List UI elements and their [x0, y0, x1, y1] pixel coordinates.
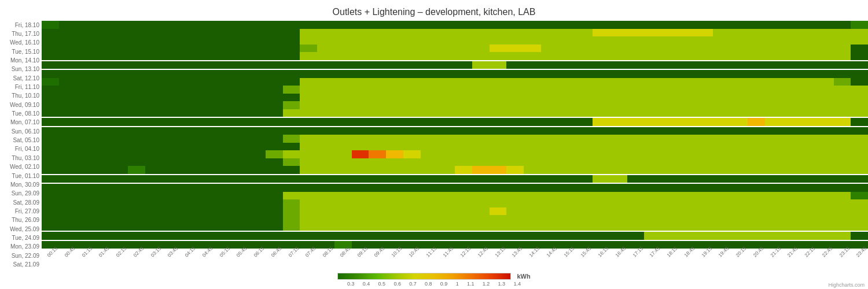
heat-cell	[421, 166, 438, 174]
heat-cell	[575, 52, 593, 60]
heatmap-area: 00:1500:4501:1501:4502:1502:4503:1503:45…	[42, 21, 868, 269]
heat-cell	[816, 215, 834, 223]
heat-cell	[713, 78, 730, 86]
heat-cell	[386, 118, 403, 126]
heat-cell	[644, 150, 661, 158]
heat-cell	[300, 223, 317, 231]
heat-cell	[679, 29, 696, 37]
heat-cell	[111, 232, 128, 240]
heat-cell	[610, 208, 627, 216]
heat-cell	[506, 158, 524, 166]
heat-cell	[59, 36, 76, 45]
heat-cell	[421, 184, 438, 192]
heat-cell	[334, 158, 352, 166]
heat-cell	[765, 45, 782, 53]
heat-cell	[661, 101, 679, 109]
heat-cell	[128, 158, 145, 166]
heat-cell	[558, 109, 576, 117]
heat-cell	[816, 166, 834, 174]
heat-cell	[644, 223, 661, 231]
heat-cell	[524, 61, 541, 69]
heat-cell	[506, 166, 524, 174]
heat-cell	[403, 208, 421, 216]
heat-cell	[317, 61, 334, 69]
heat-cell	[437, 45, 455, 53]
heatmap-row	[42, 199, 868, 208]
heat-cell	[76, 232, 94, 240]
heat-cell	[593, 232, 610, 240]
heat-cell	[369, 223, 386, 231]
heat-cell	[93, 184, 111, 192]
heat-cell	[782, 199, 799, 208]
heat-cell	[352, 135, 369, 143]
heat-cell	[558, 192, 576, 200]
heat-cell	[352, 61, 369, 69]
heat-cell	[111, 223, 128, 231]
heat-cell	[369, 61, 386, 69]
heat-cell	[369, 175, 386, 183]
heat-cell	[851, 223, 868, 231]
heat-cell	[627, 52, 645, 60]
heat-cell	[179, 192, 197, 200]
heat-cell	[593, 45, 610, 53]
heat-cell	[59, 70, 76, 78]
heat-cell	[799, 166, 816, 174]
heat-cell	[610, 52, 627, 60]
heat-cell	[765, 52, 782, 60]
heat-cell	[76, 29, 94, 37]
heat-cell	[679, 61, 696, 69]
heat-cell	[421, 150, 438, 158]
heat-cell	[524, 192, 541, 200]
heat-cell	[851, 150, 868, 158]
heat-cell	[816, 135, 834, 143]
heat-cell	[696, 192, 713, 200]
heat-cell	[490, 86, 507, 94]
heat-cell	[799, 175, 816, 183]
heat-cell	[730, 109, 748, 117]
heat-cell	[730, 36, 748, 45]
heat-cell	[283, 166, 300, 174]
heat-cell	[248, 61, 266, 69]
heat-cell	[713, 184, 730, 192]
heat-cell	[42, 215, 59, 223]
heat-cell	[214, 29, 231, 37]
heat-cell	[76, 208, 94, 216]
heat-cell	[575, 86, 593, 94]
heat-cell	[214, 45, 231, 53]
heat-cell	[799, 109, 816, 117]
heat-cell	[472, 52, 490, 60]
heat-cell	[851, 118, 868, 126]
heat-cell	[352, 86, 369, 94]
heat-cell	[610, 215, 627, 223]
heat-cell	[799, 36, 816, 45]
heat-cell	[782, 223, 799, 231]
heat-cell	[713, 143, 730, 151]
heat-cell	[627, 29, 645, 37]
heat-cell	[437, 223, 455, 231]
heat-cell	[541, 166, 558, 174]
heat-cell	[162, 184, 179, 192]
heat-cell	[506, 101, 524, 109]
y-label: Tue, 08.10	[0, 111, 39, 117]
heat-cell	[696, 29, 713, 37]
heat-cell	[506, 21, 524, 29]
heat-cell	[42, 223, 59, 231]
heat-cell	[334, 61, 352, 69]
heat-cell	[593, 52, 610, 60]
heat-cell	[593, 36, 610, 45]
heat-cell	[59, 52, 76, 60]
heat-cell	[352, 208, 369, 216]
heat-cell	[334, 215, 352, 223]
heat-cell	[713, 215, 730, 223]
heat-cell	[490, 150, 507, 158]
heat-cell	[455, 86, 472, 94]
heat-cell	[541, 52, 558, 60]
heat-cell	[386, 45, 403, 53]
legend-gradient	[337, 273, 511, 280]
heat-cell	[248, 29, 266, 37]
heat-cell	[799, 135, 816, 143]
heat-cell	[661, 232, 679, 240]
heat-cell	[214, 118, 231, 126]
heat-cell	[661, 143, 679, 151]
heat-cell	[627, 86, 645, 94]
